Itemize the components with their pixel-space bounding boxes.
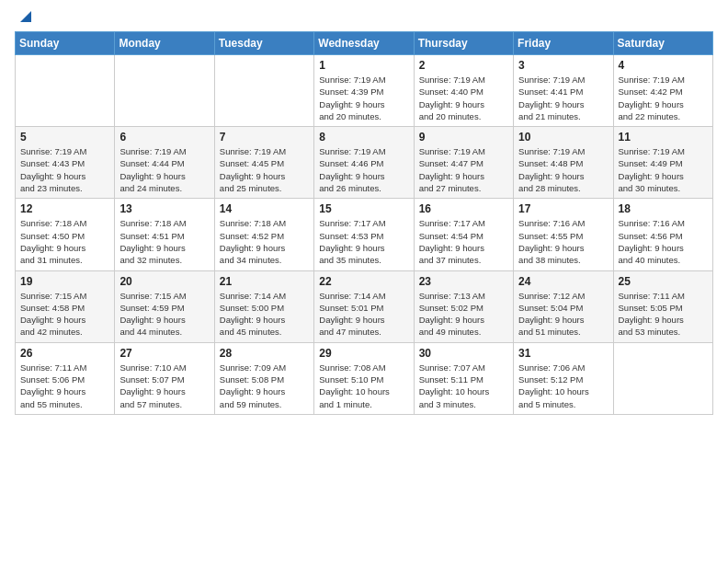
day-number: 14 xyxy=(220,202,309,215)
day-number: 24 xyxy=(518,275,608,288)
calendar-cell: 22Sunrise: 7:14 AM Sunset: 5:01 PM Dayli… xyxy=(314,270,414,342)
calendar-cell: 2Sunrise: 7:19 AM Sunset: 4:40 PM Daylig… xyxy=(414,55,513,127)
day-number: 7 xyxy=(220,131,309,144)
weekday-header-tuesday: Tuesday xyxy=(214,32,313,55)
day-info: Sunrise: 7:17 AM Sunset: 4:54 PM Dayligh… xyxy=(419,217,508,266)
day-number: 19 xyxy=(20,275,109,288)
calendar-week-row: 1Sunrise: 7:19 AM Sunset: 4:39 PM Daylig… xyxy=(16,55,713,127)
logo xyxy=(15,11,35,22)
svg-marker-0 xyxy=(20,11,31,22)
day-info: Sunrise: 7:11 AM Sunset: 5:05 PM Dayligh… xyxy=(619,290,708,339)
calendar-cell: 8Sunrise: 7:19 AM Sunset: 4:46 PM Daylig… xyxy=(314,127,414,199)
calendar-cell: 24Sunrise: 7:12 AM Sunset: 5:04 PM Dayli… xyxy=(514,270,613,342)
calendar-cell: 10Sunrise: 7:19 AM Sunset: 4:48 PM Dayli… xyxy=(514,127,613,199)
day-number: 26 xyxy=(20,347,109,360)
day-info: Sunrise: 7:10 AM Sunset: 5:07 PM Dayligh… xyxy=(119,362,209,410)
day-number: 21 xyxy=(220,275,309,288)
weekday-header-row: SundayMondayTuesdayWednesdayThursdayFrid… xyxy=(16,32,713,55)
page-container: SundayMondayTuesdayWednesdayThursdayFrid… xyxy=(0,0,728,430)
calendar-cell: 1Sunrise: 7:19 AM Sunset: 4:39 PM Daylig… xyxy=(314,55,414,127)
day-info: Sunrise: 7:16 AM Sunset: 4:56 PM Dayligh… xyxy=(619,217,708,266)
calendar-cell: 26Sunrise: 7:11 AM Sunset: 5:06 PM Dayli… xyxy=(16,342,115,414)
day-number: 8 xyxy=(319,131,408,144)
day-info: Sunrise: 7:19 AM Sunset: 4:45 PM Dayligh… xyxy=(220,145,309,194)
calendar-cell xyxy=(16,55,115,127)
day-number: 10 xyxy=(518,131,608,144)
day-info: Sunrise: 7:19 AM Sunset: 4:42 PM Dayligh… xyxy=(619,74,708,122)
weekday-header-friday: Friday xyxy=(514,32,613,55)
logo-triangle-icon xyxy=(17,7,35,26)
calendar-cell: 20Sunrise: 7:15 AM Sunset: 4:59 PM Dayli… xyxy=(115,270,214,342)
calendar-cell: 16Sunrise: 7:17 AM Sunset: 4:54 PM Dayli… xyxy=(414,199,513,270)
calendar-cell: 17Sunrise: 7:16 AM Sunset: 4:55 PM Dayli… xyxy=(514,199,613,270)
calendar-cell: 25Sunrise: 7:11 AM Sunset: 5:05 PM Dayli… xyxy=(613,270,712,342)
day-number: 1 xyxy=(319,59,408,72)
calendar-cell: 11Sunrise: 7:19 AM Sunset: 4:49 PM Dayli… xyxy=(613,127,712,199)
weekday-header-wednesday: Wednesday xyxy=(314,32,414,55)
day-number: 31 xyxy=(518,347,608,360)
day-info: Sunrise: 7:19 AM Sunset: 4:40 PM Dayligh… xyxy=(419,74,508,122)
calendar-cell xyxy=(613,342,712,414)
day-info: Sunrise: 7:15 AM Sunset: 4:59 PM Dayligh… xyxy=(119,290,209,339)
day-number: 15 xyxy=(319,202,408,215)
day-number: 20 xyxy=(119,275,209,288)
day-number: 27 xyxy=(119,347,209,360)
day-number: 6 xyxy=(119,131,209,144)
calendar-cell: 30Sunrise: 7:07 AM Sunset: 5:11 PM Dayli… xyxy=(414,342,513,414)
header xyxy=(15,11,713,22)
calendar-cell xyxy=(214,55,313,127)
weekday-header-saturday: Saturday xyxy=(613,32,712,55)
day-info: Sunrise: 7:13 AM Sunset: 5:02 PM Dayligh… xyxy=(419,290,508,339)
calendar-cell: 21Sunrise: 7:14 AM Sunset: 5:00 PM Dayli… xyxy=(214,270,313,342)
day-number: 16 xyxy=(419,202,508,215)
calendar-cell: 27Sunrise: 7:10 AM Sunset: 5:07 PM Dayli… xyxy=(115,342,214,414)
calendar-cell: 6Sunrise: 7:19 AM Sunset: 4:44 PM Daylig… xyxy=(115,127,214,199)
calendar-cell: 31Sunrise: 7:06 AM Sunset: 5:12 PM Dayli… xyxy=(514,342,613,414)
day-info: Sunrise: 7:14 AM Sunset: 5:00 PM Dayligh… xyxy=(220,290,309,339)
calendar-cell: 12Sunrise: 7:18 AM Sunset: 4:50 PM Dayli… xyxy=(16,199,115,270)
calendar-week-row: 12Sunrise: 7:18 AM Sunset: 4:50 PM Dayli… xyxy=(16,199,713,270)
day-info: Sunrise: 7:09 AM Sunset: 5:08 PM Dayligh… xyxy=(220,362,309,410)
day-info: Sunrise: 7:19 AM Sunset: 4:46 PM Dayligh… xyxy=(319,145,408,194)
day-info: Sunrise: 7:08 AM Sunset: 5:10 PM Dayligh… xyxy=(319,362,408,410)
day-number: 12 xyxy=(20,202,109,215)
day-number: 23 xyxy=(419,275,508,288)
day-info: Sunrise: 7:19 AM Sunset: 4:49 PM Dayligh… xyxy=(619,145,708,194)
calendar-cell: 5Sunrise: 7:19 AM Sunset: 4:43 PM Daylig… xyxy=(16,127,115,199)
calendar-cell: 13Sunrise: 7:18 AM Sunset: 4:51 PM Dayli… xyxy=(115,199,214,270)
day-number: 30 xyxy=(419,347,508,360)
day-info: Sunrise: 7:19 AM Sunset: 4:44 PM Dayligh… xyxy=(119,145,209,194)
day-info: Sunrise: 7:19 AM Sunset: 4:48 PM Dayligh… xyxy=(518,145,608,194)
day-info: Sunrise: 7:17 AM Sunset: 4:53 PM Dayligh… xyxy=(319,217,408,266)
day-info: Sunrise: 7:16 AM Sunset: 4:55 PM Dayligh… xyxy=(518,217,608,266)
calendar-cell: 14Sunrise: 7:18 AM Sunset: 4:52 PM Dayli… xyxy=(214,199,313,270)
day-number: 4 xyxy=(619,59,708,72)
day-info: Sunrise: 7:19 AM Sunset: 4:39 PM Dayligh… xyxy=(319,74,408,122)
calendar-cell xyxy=(115,55,214,127)
calendar-week-row: 19Sunrise: 7:15 AM Sunset: 4:58 PM Dayli… xyxy=(16,270,713,342)
calendar-cell: 3Sunrise: 7:19 AM Sunset: 4:41 PM Daylig… xyxy=(514,55,613,127)
day-number: 3 xyxy=(518,59,608,72)
calendar-cell: 28Sunrise: 7:09 AM Sunset: 5:08 PM Dayli… xyxy=(214,342,313,414)
day-info: Sunrise: 7:06 AM Sunset: 5:12 PM Dayligh… xyxy=(518,362,608,410)
weekday-header-sunday: Sunday xyxy=(16,32,115,55)
calendar-cell: 29Sunrise: 7:08 AM Sunset: 5:10 PM Dayli… xyxy=(314,342,414,414)
day-info: Sunrise: 7:12 AM Sunset: 5:04 PM Dayligh… xyxy=(518,290,608,339)
day-info: Sunrise: 7:15 AM Sunset: 4:58 PM Dayligh… xyxy=(20,290,109,339)
day-number: 9 xyxy=(419,131,508,144)
day-info: Sunrise: 7:18 AM Sunset: 4:51 PM Dayligh… xyxy=(119,217,209,266)
day-number: 13 xyxy=(119,202,209,215)
day-number: 22 xyxy=(319,275,408,288)
day-number: 29 xyxy=(319,347,408,360)
day-info: Sunrise: 7:07 AM Sunset: 5:11 PM Dayligh… xyxy=(419,362,508,410)
calendar-cell: 23Sunrise: 7:13 AM Sunset: 5:02 PM Dayli… xyxy=(414,270,513,342)
day-number: 25 xyxy=(619,275,708,288)
day-number: 2 xyxy=(419,59,508,72)
day-number: 18 xyxy=(619,202,708,215)
calendar-cell: 9Sunrise: 7:19 AM Sunset: 4:47 PM Daylig… xyxy=(414,127,513,199)
calendar-cell: 4Sunrise: 7:19 AM Sunset: 4:42 PM Daylig… xyxy=(613,55,712,127)
day-info: Sunrise: 7:19 AM Sunset: 4:41 PM Dayligh… xyxy=(518,74,608,122)
day-info: Sunrise: 7:18 AM Sunset: 4:52 PM Dayligh… xyxy=(220,217,309,266)
day-info: Sunrise: 7:14 AM Sunset: 5:01 PM Dayligh… xyxy=(319,290,408,339)
calendar-cell: 18Sunrise: 7:16 AM Sunset: 4:56 PM Dayli… xyxy=(613,199,712,270)
